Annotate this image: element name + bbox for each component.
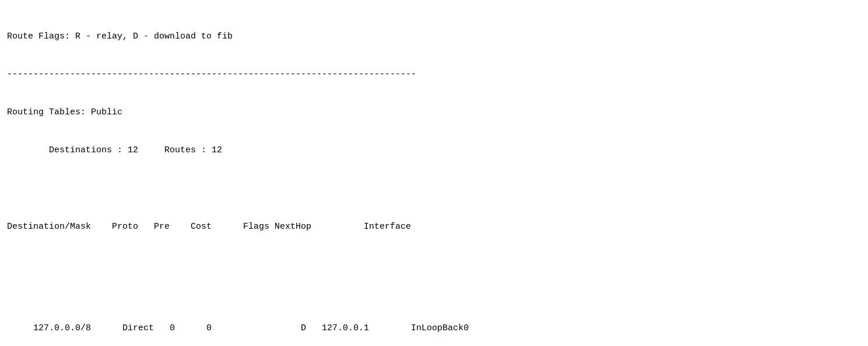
- blank-line2: [7, 258, 861, 271]
- dest-routes-line: Destinations : 12 Routes : 12: [7, 144, 861, 157]
- column-headers: Destination/Mask Proto Pre Cost Flags Ne…: [7, 221, 861, 233]
- routing-tables: Routing Tables: Public: [7, 106, 861, 119]
- blank-line: [7, 183, 861, 195]
- route-row-1: 127.0.0.0/8 Direct 0 0 D 127.0.0.1 InLoo…: [7, 322, 861, 335]
- separator: ----------------------------------------…: [7, 68, 861, 81]
- header-line1: Route Flags: R - relay, D - download to …: [7, 30, 861, 43]
- terminal-content: Route Flags: R - relay, D - download to …: [7, 5, 861, 346]
